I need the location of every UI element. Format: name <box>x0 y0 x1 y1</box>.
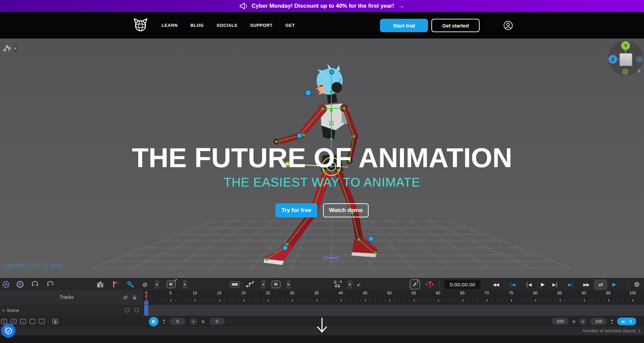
interval-value2-field[interactable]: 0 <box>209 318 225 325</box>
panel-expander-icon[interactable]: ▶ <box>13 44 18 53</box>
gizmo-y-axis-ball[interactable]: Y <box>621 41 630 50</box>
trajectory-icon[interactable] <box>246 281 255 288</box>
set-key-button[interactable]: K <box>149 317 158 326</box>
jump-start-key-button[interactable]: │◀ <box>506 278 518 290</box>
empty-track-icon[interactable] <box>30 319 35 324</box>
box-select-icon[interactable] <box>230 281 240 287</box>
flag-icon[interactable] <box>112 280 119 288</box>
start-trial-button[interactable]: Start trial <box>380 19 428 32</box>
prev-interval-button[interactable]: ‹ <box>190 318 197 325</box>
ruler-tick <box>171 299 171 301</box>
range-end-field[interactable]: 100 <box>590 318 607 325</box>
gizmo-z-axis-ball[interactable]: Z <box>608 55 617 64</box>
nav-item-get[interactable]: GET <box>285 23 295 28</box>
watch-demo-button[interactable]: Watch demo <box>323 203 369 217</box>
ik-mode-expander-icon[interactable]: ▶ <box>286 280 291 289</box>
forbid-expander-icon[interactable]: ▶ <box>155 280 159 289</box>
ruler-label: 85 <box>557 291 562 295</box>
range-start-field[interactable]: 100 <box>552 318 569 325</box>
interval-value-field[interactable]: 0 <box>170 318 185 325</box>
ruler-tick <box>239 300 239 301</box>
interval-pin-icon[interactable] <box>425 280 435 288</box>
ik-edit-button[interactable]: IK <box>167 281 175 288</box>
range-stepper[interactable]: + − <box>611 319 613 324</box>
ruler-tick <box>545 300 546 301</box>
ruler-tick <box>258 300 259 301</box>
eye-hidden-icon[interactable] <box>122 294 128 300</box>
retarget-icon[interactable] <box>334 280 343 288</box>
fast-backward-button[interactable]: ◀◀ <box>490 278 502 290</box>
timeline-ruler-row: Tracks 051015202530354045505560657075808… <box>0 290 644 305</box>
import-track-icon[interactable]: ↓ <box>39 319 45 324</box>
ruler-tick <box>399 300 400 301</box>
ik-expander-icon[interactable]: ▶ <box>183 280 187 289</box>
scene-visibility-checkbox[interactable] <box>125 308 129 312</box>
interval-stepper[interactable]: + − <box>163 319 165 324</box>
timecode-field[interactable]: 0:00:00:00 <box>444 280 481 289</box>
ik-mode-button[interactable]: IK <box>272 281 280 288</box>
scene-track-header[interactable]: + Scene <box>0 305 144 316</box>
ruler-label: 60 <box>436 291 440 295</box>
scene-lock-checkbox[interactable] <box>135 308 139 312</box>
update-notification-badge[interactable] <box>1 324 15 338</box>
trajectory-expander-icon[interactable]: ▶ <box>261 280 266 289</box>
settings-gear-icon[interactable]: ⚙ <box>631 278 643 290</box>
playhead-handle[interactable] <box>144 301 149 305</box>
prev-frame-button[interactable]: │◀ <box>523 278 535 290</box>
gizmo-cube[interactable] <box>620 53 632 66</box>
cycle-remove-icon[interactable]: − <box>46 280 54 288</box>
nav-item-learn[interactable]: LEARN <box>162 23 178 28</box>
promo-banner[interactable]: Cyber Monday! Discount up to 40% for the… <box>0 0 644 12</box>
add-track-icon[interactable]: + <box>1 319 7 324</box>
scene-expand-toggle[interactable]: + <box>2 308 5 313</box>
ruler-label: 100 <box>629 291 636 295</box>
viewport-3d[interactable]: ▶ THE FUTURE OF ANIMATION THE EASIEST WA… <box>0 39 644 278</box>
retarget-expander-icon[interactable]: ▶ <box>348 280 352 289</box>
try-for-free-button[interactable]: Try for free <box>275 203 317 217</box>
go-to-end-pill[interactable]: ▶│ 0 <box>617 318 636 325</box>
account-icon[interactable] <box>503 20 513 30</box>
scene-playhead-bar[interactable] <box>144 305 149 316</box>
jump-end-key-button[interactable]: ▶│ <box>565 278 577 290</box>
cycle-horizontal-icon[interactable]: ↔ <box>31 280 39 288</box>
range-list-icon[interactable]: ≡ <box>573 319 576 324</box>
play-with-keys-button[interactable]: ▶ <box>608 278 620 290</box>
gizmo-lock-icon[interactable] <box>637 69 641 73</box>
ghost-dot-solid-icon[interactable] <box>17 281 23 288</box>
ruler-tick <box>244 299 244 301</box>
scroll-down-arrow-icon[interactable] <box>315 317 329 336</box>
nav-item-socials[interactable]: SOCIALS <box>217 23 237 28</box>
stepper-minus[interactable]: − <box>163 322 165 324</box>
next-frame-button[interactable]: ▶│ <box>549 278 561 290</box>
mirror-icon[interactable] <box>96 280 105 288</box>
key-icon[interactable] <box>127 280 135 288</box>
nav-item-blog[interactable]: BLOG <box>191 23 204 28</box>
corner-arrow-icon[interactable]: ↙ <box>357 281 361 287</box>
gizmo-x-neg-ball[interactable] <box>636 56 643 63</box>
loop-playback-button[interactable]: ⇄ <box>594 280 607 290</box>
lock-icon[interactable] <box>132 294 137 300</box>
get-started-button[interactable]: Get started <box>431 19 480 32</box>
gizmo-y-neg-ball[interactable] <box>622 68 629 75</box>
range-stepper-minus[interactable]: − <box>611 322 613 324</box>
play-button[interactable]: ▶ <box>537 278 549 290</box>
ruler-tick <box>394 300 395 301</box>
hero-buttons: Try for free Watch demo <box>0 203 644 217</box>
add-track-alt-icon[interactable]: + <box>11 319 16 324</box>
view-orientation-gizmo[interactable]: Y Z <box>608 41 643 75</box>
interval-list-icon[interactable]: ≡ <box>202 319 205 324</box>
timeline-ruler[interactable]: 0510152025303540455055606570758085909510… <box>144 290 644 305</box>
autopin-button[interactable]: A <box>410 279 420 289</box>
cascadeur-logo-icon[interactable] <box>133 18 148 32</box>
ghost-dot-dashed-icon[interactable] <box>3 281 9 288</box>
ruler-tick <box>496 300 497 301</box>
split-interval-icon[interactable]: ||| <box>52 319 58 324</box>
ruler-tick <box>151 300 152 301</box>
fast-forward-button[interactable]: ▶▶ <box>580 278 592 290</box>
nav-item-support[interactable]: SUPPORT <box>250 23 273 28</box>
node-graph-icon[interactable] <box>3 44 11 53</box>
remove-track-icon[interactable]: − <box>20 319 26 324</box>
forbid-icon[interactable]: ⊘ <box>142 281 148 288</box>
next-interval-button[interactable]: › <box>579 318 586 325</box>
ruler-tick <box>424 300 424 301</box>
